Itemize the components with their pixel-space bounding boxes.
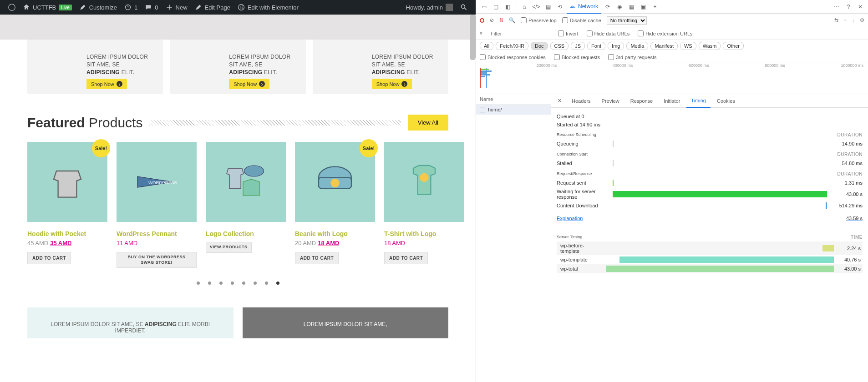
detail-tab-cookies[interactable]: Cookies bbox=[712, 94, 740, 108]
filter-chip[interactable]: Manifest bbox=[650, 42, 678, 50]
buy-external-button[interactable]: BUY ON THE WORDPRESS SWAG STORE! bbox=[117, 252, 197, 268]
howdy-link[interactable]: Howdy, admin bbox=[402, 4, 457, 11]
memory-icon[interactable]: ◉ bbox=[614, 2, 624, 12]
filter-chip-all[interactable]: All bbox=[480, 42, 493, 50]
filter-chip[interactable]: Other bbox=[723, 42, 744, 50]
product-card[interactable]: Sale! Hoodie with Pocket 45 AMD35 AMD AD… bbox=[27, 142, 107, 268]
app-icon[interactable]: ▦ bbox=[626, 2, 636, 12]
search-icon[interactable]: 🔍 bbox=[509, 17, 515, 23]
throttling-select[interactable]: No throttling bbox=[607, 16, 647, 25]
sources-icon[interactable]: ▤ bbox=[543, 2, 553, 12]
document-icon bbox=[480, 107, 485, 112]
carousel-dot[interactable] bbox=[219, 281, 223, 285]
view-products-button[interactable]: VIEW PRODUCTS bbox=[206, 242, 252, 253]
clear-icon[interactable]: ⊘ bbox=[490, 17, 494, 23]
new-link[interactable]: New bbox=[162, 4, 191, 11]
shop-now-button[interactable]: Shop Now bbox=[229, 79, 269, 89]
product-title: Logo Collection bbox=[206, 230, 286, 237]
featured-heading: Featured Products bbox=[27, 115, 142, 131]
column-header-name[interactable]: Name bbox=[476, 94, 551, 105]
queued-text: Queued at 0 bbox=[557, 112, 863, 121]
shop-now-button[interactable]: Shop Now bbox=[372, 79, 412, 89]
filter-chip[interactable]: Media bbox=[626, 42, 648, 50]
detail-tab-response[interactable]: Response bbox=[626, 94, 658, 108]
filter-chip[interactable]: Fetch/XHR bbox=[496, 42, 528, 50]
invert-checkbox[interactable]: Invert bbox=[558, 30, 579, 36]
updates-link[interactable]: 1 bbox=[121, 4, 141, 11]
product-card[interactable]: Sale! Beanie with Logo 20 AMD18 AMD ADD … bbox=[295, 142, 375, 268]
add-to-cart-button[interactable]: ADD TO CART bbox=[295, 252, 339, 264]
product-card[interactable]: T-Shirt with Logo 18 AMD ADD TO CART bbox=[384, 142, 464, 268]
dock-icon[interactable]: ◧ bbox=[503, 2, 513, 12]
promo-card: LOREM IPSUM DOLOR SIT AME, SE ADIPISCING… bbox=[170, 40, 305, 94]
carousel-dot[interactable] bbox=[254, 281, 257, 285]
product-card[interactable]: WORDPRESS WordPress Pennant 11 AMD BUY O… bbox=[117, 142, 197, 268]
edit-page-link[interactable]: Edit Page bbox=[191, 4, 234, 11]
add-to-cart-button[interactable]: ADD TO CART bbox=[27, 252, 71, 264]
carousel-dot[interactable] bbox=[276, 281, 279, 285]
filter-chip[interactable]: JS bbox=[571, 42, 585, 50]
view-all-button[interactable]: View All bbox=[408, 115, 448, 131]
device-icon[interactable]: ▢ bbox=[491, 2, 501, 12]
more-tabs-icon[interactable]: + bbox=[650, 2, 660, 12]
third-party-checkbox[interactable]: 3rd-party requests bbox=[608, 54, 656, 60]
debugger-icon[interactable]: ⟲ bbox=[555, 2, 565, 12]
filter-chip[interactable]: Font bbox=[587, 42, 605, 50]
filter-chip[interactable]: WS bbox=[680, 42, 696, 50]
promo-card: LOREM IPSUM DOLOR SIT AME, SE ADIPISCING… bbox=[313, 40, 448, 94]
page-scrollbar[interactable] bbox=[470, 15, 476, 60]
elements-icon[interactable]: </> bbox=[531, 2, 541, 12]
network-tab[interactable]: Network bbox=[567, 0, 601, 14]
filter-chip[interactable]: CSS bbox=[550, 42, 569, 50]
carousel-dot[interactable] bbox=[242, 281, 245, 285]
record-button[interactable] bbox=[480, 18, 484, 23]
carousel-dot[interactable] bbox=[208, 281, 211, 285]
filter-chip[interactable]: Doc bbox=[531, 42, 548, 50]
download-icon[interactable]: ↓ bbox=[852, 18, 855, 23]
request-row[interactable]: home/ bbox=[476, 105, 551, 115]
timing-row: Queueing 14.90 ms bbox=[557, 139, 863, 148]
filter-chip[interactable]: Wasm bbox=[699, 42, 721, 50]
shop-now-button[interactable]: Shop Now bbox=[86, 79, 127, 89]
filter-input[interactable] bbox=[491, 31, 550, 36]
home-icon[interactable]: ⌂ bbox=[519, 2, 529, 12]
timing-row: Content Download 514.29 ms bbox=[557, 201, 863, 210]
filter-icon[interactable]: ⇅ bbox=[499, 17, 503, 23]
detail-tab-preview[interactable]: Preview bbox=[597, 94, 624, 108]
hide-ext-urls-checkbox[interactable]: Hide extension URLs bbox=[638, 30, 692, 36]
detail-tab-initiator[interactable]: Initiator bbox=[659, 94, 685, 108]
request-detail: ✕ Headers Preview Response Initiator Tim… bbox=[551, 94, 868, 382]
security-icon[interactable]: ▣ bbox=[638, 2, 648, 12]
upload-icon[interactable]: ↑ bbox=[844, 18, 847, 23]
search-icon[interactable] bbox=[457, 4, 471, 11]
wifi-icon[interactable]: ⇆ bbox=[834, 17, 838, 23]
hide-data-urls-checkbox[interactable]: Hide data URLs bbox=[587, 30, 630, 36]
carousel-dot[interactable] bbox=[265, 281, 268, 285]
wp-logo[interactable] bbox=[5, 4, 19, 11]
performance-icon[interactable]: ⟳ bbox=[603, 2, 613, 12]
detail-tab-timing[interactable]: Timing bbox=[686, 94, 711, 108]
carousel-dot[interactable] bbox=[197, 281, 200, 285]
filter-chip[interactable]: Img bbox=[608, 42, 624, 50]
disable-cache-checkbox[interactable]: Disable cache bbox=[562, 17, 601, 23]
explanation-link[interactable]: Explanation bbox=[557, 216, 583, 221]
carousel-dot[interactable] bbox=[231, 281, 234, 285]
site-name[interactable]: UCTTFB Live bbox=[19, 4, 76, 11]
edit-elementor-link[interactable]: Edit with Elementor bbox=[234, 4, 302, 11]
kebab-icon[interactable]: ⋯ bbox=[832, 2, 842, 12]
settings-icon[interactable]: ⚙ bbox=[860, 17, 864, 23]
network-timeline[interactable]: 200000 ms 400000 ms 600000 ms 800000 ms … bbox=[476, 62, 868, 94]
server-timing-row: wp-template 40.76 s bbox=[557, 255, 863, 264]
close-devtools-icon[interactable]: ✕ bbox=[855, 2, 865, 12]
blocked-cookies-checkbox[interactable]: Blocked response cookies bbox=[480, 54, 546, 60]
device-icon[interactable]: ▭ bbox=[479, 2, 489, 12]
customize-link[interactable]: Customize bbox=[76, 4, 121, 11]
close-detail-icon[interactable]: ✕ bbox=[554, 98, 565, 104]
detail-tab-headers[interactable]: Headers bbox=[567, 94, 595, 108]
add-to-cart-button[interactable]: ADD TO CART bbox=[384, 252, 428, 264]
product-card[interactable]: Logo Collection VIEW PRODUCTS bbox=[206, 142, 286, 268]
comments-link[interactable]: 0 bbox=[141, 4, 162, 11]
blocked-requests-checkbox[interactable]: Blocked requests bbox=[554, 54, 600, 60]
preserve-log-checkbox[interactable]: Preserve log bbox=[521, 17, 557, 23]
help-icon[interactable]: ? bbox=[843, 2, 853, 12]
